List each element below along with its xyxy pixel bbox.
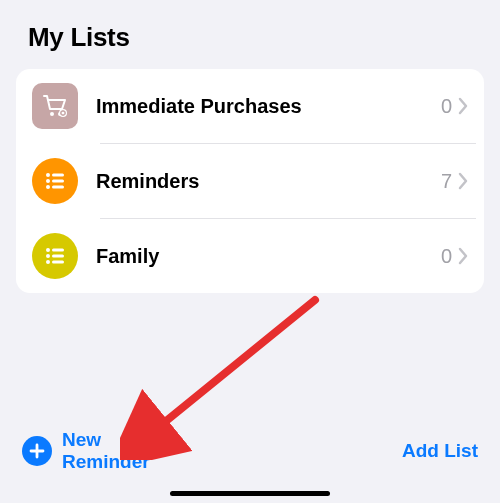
svg-line-20 bbox=[155, 300, 315, 430]
plus-circle-icon bbox=[22, 436, 52, 466]
svg-point-18 bbox=[46, 260, 50, 264]
list-item-family[interactable]: Family 0 bbox=[16, 219, 484, 293]
svg-point-14 bbox=[46, 248, 50, 252]
list-label: Family bbox=[96, 245, 441, 268]
bullet-list-icon bbox=[32, 233, 78, 279]
cart-icon bbox=[32, 83, 78, 129]
svg-point-16 bbox=[46, 254, 50, 258]
svg-point-10 bbox=[46, 179, 50, 183]
svg-rect-15 bbox=[52, 249, 64, 252]
svg-rect-9 bbox=[52, 174, 64, 177]
page-title: My Lists bbox=[28, 22, 472, 53]
chevron-right-icon bbox=[458, 247, 468, 265]
section-header: My Lists bbox=[0, 0, 500, 65]
list-count: 0 bbox=[441, 95, 452, 118]
list-count: 0 bbox=[441, 245, 452, 268]
svg-rect-17 bbox=[52, 255, 64, 258]
new-reminder-button[interactable]: New Reminder bbox=[22, 429, 150, 473]
new-reminder-label: New Reminder bbox=[62, 429, 150, 473]
list-label: Reminders bbox=[96, 170, 441, 193]
chevron-right-icon bbox=[458, 172, 468, 190]
bullet-list-icon bbox=[32, 158, 78, 204]
svg-point-8 bbox=[46, 173, 50, 177]
lists-card: Immediate Purchases 0 Reminders 7 bbox=[16, 69, 484, 293]
chevron-right-icon bbox=[458, 97, 468, 115]
svg-rect-11 bbox=[52, 180, 64, 183]
svg-rect-13 bbox=[52, 186, 64, 189]
svg-rect-19 bbox=[52, 261, 64, 264]
home-indicator[interactable] bbox=[170, 491, 330, 496]
add-list-button[interactable]: Add List bbox=[402, 440, 478, 462]
svg-point-12 bbox=[46, 185, 50, 189]
list-item-immediate-purchases[interactable]: Immediate Purchases 0 bbox=[16, 69, 484, 143]
list-label: Immediate Purchases bbox=[96, 95, 441, 118]
svg-point-0 bbox=[50, 112, 54, 116]
list-item-reminders[interactable]: Reminders 7 bbox=[16, 144, 484, 218]
list-count: 7 bbox=[441, 170, 452, 193]
